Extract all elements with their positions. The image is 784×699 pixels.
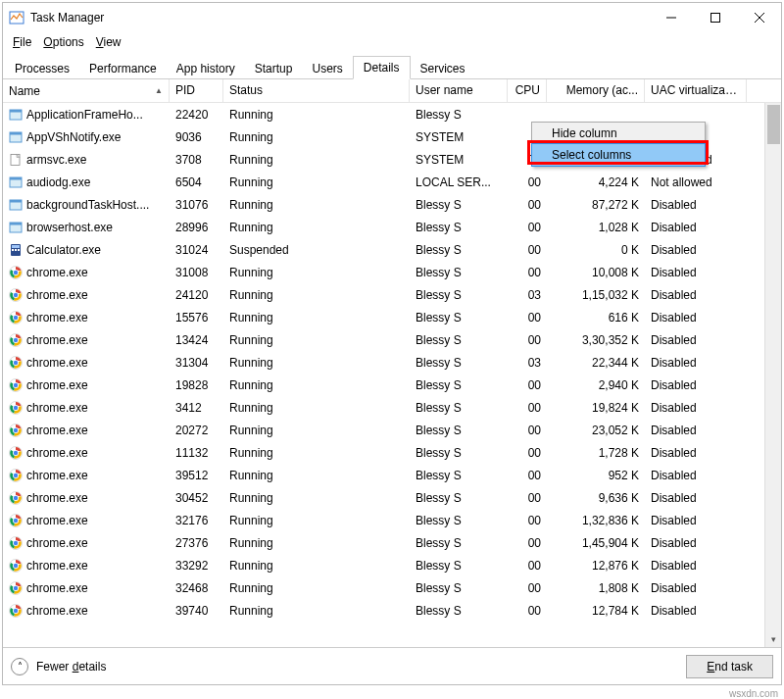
process-name: chrome.exe <box>26 288 88 302</box>
end-task-button[interactable]: End task <box>686 655 773 678</box>
close-button[interactable] <box>737 3 781 32</box>
cell-status: Running <box>223 151 410 169</box>
table-row[interactable]: chrome.exe32176RunningBlessy S001,32,836… <box>3 509 781 531</box>
cell-user: Blessy S <box>410 602 508 620</box>
menu-file[interactable]: File <box>7 33 37 51</box>
cell-uac: Disabled <box>645 579 747 597</box>
table-row[interactable]: chrome.exe20272RunningBlessy S0023,052 K… <box>3 419 781 441</box>
cell-status: Running <box>223 422 410 439</box>
table-row[interactable]: backgroundTaskHost....31076RunningBlessy… <box>3 193 781 216</box>
column-header-uac[interactable]: UAC virtualizati... <box>645 79 747 102</box>
cell-pid: 31076 <box>170 196 223 214</box>
svg-rect-17 <box>12 245 20 248</box>
table-row[interactable]: audiodg.exe6504RunningLOCAL SER...004,22… <box>3 171 781 193</box>
tab-services[interactable]: Services <box>411 58 475 79</box>
cell-user: Blessy S <box>410 354 508 372</box>
table-row[interactable]: chrome.exe33292RunningBlessy S0012,876 K… <box>3 554 781 576</box>
table-row[interactable]: chrome.exe31304RunningBlessy S0322,344 K… <box>3 351 781 374</box>
process-icon <box>9 108 23 122</box>
cell-status: Running <box>223 219 410 236</box>
cell-user: Blessy S <box>410 399 508 417</box>
svg-point-29 <box>14 315 18 319</box>
menubar: File Options View <box>3 32 781 52</box>
process-icon <box>9 153 23 167</box>
minimize-button[interactable] <box>649 3 693 32</box>
process-icon <box>9 559 23 573</box>
table-row[interactable]: chrome.exe31008RunningBlessy S0010,008 K… <box>3 261 781 283</box>
table-row[interactable]: chrome.exe39512RunningBlessy S00952 KDis… <box>3 464 781 486</box>
window-controls <box>649 3 781 32</box>
cell-user: Blessy S <box>410 376 508 394</box>
cell-name: chrome.exe <box>3 444 170 462</box>
column-header-user[interactable]: User name <box>410 79 508 102</box>
table-row[interactable]: chrome.exe24120RunningBlessy S031,15,032… <box>3 283 781 306</box>
tab-performance[interactable]: Performance <box>79 58 167 79</box>
process-name: chrome.exe <box>26 514 88 527</box>
cell-user: Blessy S <box>410 331 508 349</box>
cell-status: Running <box>223 106 410 124</box>
svg-rect-11 <box>10 177 22 180</box>
cell-cpu: 00 <box>508 579 547 597</box>
cell-cpu: 00 <box>508 534 547 552</box>
table-row[interactable]: chrome.exe13424RunningBlessy S003,30,352… <box>3 328 781 351</box>
svg-point-53 <box>14 495 18 499</box>
cell-status: Running <box>223 444 410 462</box>
cell-memory: 19,824 K <box>547 399 645 417</box>
svg-point-59 <box>14 540 18 544</box>
table-row[interactable]: chrome.exe11132RunningBlessy S001,728 KD… <box>3 441 781 464</box>
cell-pid: 9036 <box>170 128 223 146</box>
cell-pid: 19828 <box>170 376 223 394</box>
table-row[interactable]: Calculator.exe31024SuspendedBlessy S000 … <box>3 238 781 261</box>
menu-view[interactable]: View <box>90 33 127 51</box>
cell-name: chrome.exe <box>3 309 170 326</box>
cell-name: Calculator.exe <box>3 241 170 259</box>
tab-processes[interactable]: Processes <box>5 58 79 79</box>
cell-name: armsvc.exe <box>3 151 170 169</box>
process-name: chrome.exe <box>26 446 88 460</box>
table-row[interactable]: chrome.exe27376RunningBlessy S001,45,904… <box>3 531 781 554</box>
cell-pid: 27376 <box>170 534 223 552</box>
cell-user: Blessy S <box>410 219 508 236</box>
process-icon <box>9 311 23 325</box>
table-row[interactable]: chrome.exe3412RunningBlessy S0019,824 KD… <box>3 396 781 419</box>
context-hide-column[interactable]: Hide column <box>532 123 705 144</box>
cell-uac: Disabled <box>645 264 747 281</box>
cell-user: Blessy S <box>410 489 508 507</box>
column-header-cpu[interactable]: CPU <box>508 79 547 102</box>
cell-cpu: 00 <box>508 467 547 484</box>
cell-name: chrome.exe <box>3 602 170 620</box>
process-name: chrome.exe <box>26 356 88 370</box>
menu-options[interactable]: Options <box>37 33 89 51</box>
column-header-pid[interactable]: PID <box>170 79 223 102</box>
process-icon <box>9 378 23 392</box>
table-row[interactable]: chrome.exe19828RunningBlessy S002,940 KD… <box>3 374 781 396</box>
process-icon <box>9 175 23 189</box>
cell-status: Running <box>223 174 410 191</box>
tab-startup[interactable]: Startup <box>245 58 303 79</box>
scroll-down-icon[interactable]: ▾ <box>765 630 781 647</box>
table-row[interactable]: chrome.exe39740RunningBlessy S0012,784 K… <box>3 599 781 622</box>
cell-pid: 28996 <box>170 219 223 236</box>
column-header-memory[interactable]: Memory (ac... <box>547 79 645 102</box>
tab-app-history[interactable]: App history <box>167 58 245 79</box>
column-header-status[interactable]: Status <box>223 79 410 102</box>
table-row[interactable]: chrome.exe30452RunningBlessy S009,636 KD… <box>3 486 781 509</box>
cell-pid: 6504 <box>170 174 223 191</box>
tab-users[interactable]: Users <box>302 58 352 79</box>
table-row[interactable]: chrome.exe32468RunningBlessy S001,808 KD… <box>3 576 781 599</box>
vertical-scrollbar[interactable]: ▾ <box>764 103 781 647</box>
table-row[interactable]: browserhost.exe28996RunningBlessy S001,0… <box>3 216 781 238</box>
tab-details[interactable]: Details <box>353 56 411 79</box>
cell-pid: 32468 <box>170 579 223 597</box>
column-header-name[interactable]: Name▲ <box>3 79 170 102</box>
cell-status: Running <box>223 286 410 304</box>
context-select-columns[interactable]: Select columns <box>532 144 705 166</box>
cell-pid: 31008 <box>170 264 223 281</box>
process-icon <box>9 130 23 144</box>
table-row[interactable]: chrome.exe15576RunningBlessy S00616 KDis… <box>3 306 781 328</box>
maximize-button[interactable] <box>693 3 737 32</box>
fewer-details-button[interactable]: ˄ Fewer details <box>11 658 106 675</box>
scrollbar-thumb[interactable] <box>767 105 780 144</box>
chevron-up-icon: ˄ <box>11 658 28 675</box>
svg-point-50 <box>14 473 18 476</box>
